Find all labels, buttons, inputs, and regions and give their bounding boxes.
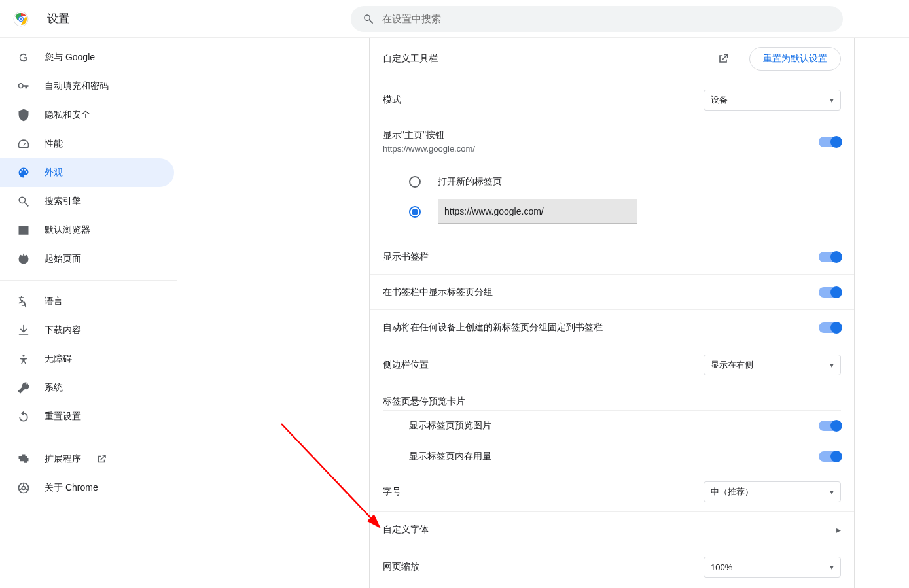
- chevron-down-icon: ▾: [830, 487, 834, 496]
- chrome-logo-icon: [13, 11, 29, 27]
- row-label: 显示书签栏: [383, 251, 429, 263]
- sidebar-item-performance[interactable]: 性能: [0, 130, 174, 158]
- sidebar-item-label: 下载内容: [45, 324, 81, 336]
- svg-line-6: [281, 424, 380, 527]
- row-label: 模式: [383, 94, 401, 106]
- sidebar-item-system[interactable]: 系统: [0, 373, 174, 402]
- hover-memory-toggle[interactable]: [819, 451, 841, 462]
- row-hover-preview: 显示标签页预览图片: [383, 410, 841, 441]
- row-pin-tab-groups: 自动将在任何设备上创建的新标签页分组固定到书签栏: [370, 310, 854, 345]
- radio-row-url[interactable]: [409, 197, 841, 227]
- font-size-select[interactable]: 中（推荐） ▾: [704, 481, 841, 502]
- row-label: 侧边栏位置: [383, 359, 429, 371]
- palette-icon: [17, 166, 30, 179]
- radio-row-newtab[interactable]: 打开新的标签页: [409, 167, 841, 197]
- select-value: 中（推荐）: [711, 486, 753, 498]
- sidebar-item-label: 无障碍: [45, 353, 72, 365]
- sidebar-item-label: 性能: [45, 138, 63, 150]
- row-side-panel: 侧边栏位置 显示在右侧 ▾: [370, 345, 854, 385]
- row-font-size: 字号 中（推荐） ▾: [370, 472, 854, 512]
- power-icon: [17, 252, 30, 266]
- sidebar-item-languages[interactable]: 语言: [0, 287, 174, 316]
- sidebar-item-label: 默认浏览器: [45, 224, 90, 236]
- speedometer-icon: [17, 137, 30, 150]
- row-label: 在书签栏中显示标签页分组: [383, 286, 493, 298]
- hover-preview-toggle[interactable]: [819, 421, 841, 431]
- home-button-radio-group: 打开新的标签页: [370, 163, 854, 239]
- sidebar-item-label: 扩展程序: [45, 453, 81, 465]
- row-sublabel: https://www.google.com/: [383, 144, 475, 154]
- sidebar: 您与 Google 自动填充和密码 隐私和安全 性能 外观 搜索引擎 默认浏览器…: [0, 38, 177, 588]
- row-page-zoom: 网页缩放 100% ▾: [370, 547, 854, 587]
- sidebar-item-downloads[interactable]: 下载内容: [0, 316, 174, 345]
- search-input[interactable]: [382, 13, 831, 24]
- accessibility-icon: [17, 353, 30, 366]
- chevron-down-icon: ▾: [830, 562, 834, 572]
- sidebar-item-accessibility[interactable]: 无障碍: [0, 345, 174, 373]
- sidebar-item-label: 语言: [45, 296, 63, 307]
- sidebar-item-extensions[interactable]: 扩展程序: [0, 445, 174, 474]
- chrome-outline-icon: [17, 481, 30, 494]
- home-button-toggle[interactable]: [819, 137, 841, 147]
- row-label: 网页缩放: [383, 561, 419, 573]
- shield-icon: [17, 109, 30, 122]
- page-zoom-select[interactable]: 100% ▾: [704, 557, 841, 578]
- row-customize-toolbar: 自定义工具栏 重置为默认设置: [370, 38, 854, 80]
- extensions-icon: [17, 453, 30, 466]
- hover-card-title: 标签页悬停预览卡片: [383, 385, 841, 410]
- topbar: 设置: [0, 0, 909, 38]
- select-value: 显示在右侧: [711, 359, 753, 371]
- browser-icon: [17, 224, 30, 237]
- sidebar-item-search-engine[interactable]: 搜索引擎: [0, 187, 174, 216]
- row-label: 自定义工具栏: [383, 53, 438, 65]
- sidebar-item-about[interactable]: 关于 Chrome: [0, 474, 174, 502]
- sidebar-item-label: 自动填充和密码: [45, 80, 109, 92]
- google-g-icon: [17, 51, 30, 64]
- sidebar-item-default-browser[interactable]: 默认浏览器: [0, 216, 174, 245]
- row-label: 字号: [383, 486, 401, 498]
- row-custom-fonts[interactable]: 自定义字体 ▸: [370, 512, 854, 547]
- sidebar-item-label: 搜索引擎: [45, 196, 81, 207]
- sidebar-item-label: 隐私和安全: [45, 109, 90, 121]
- open-in-new-button[interactable]: [713, 48, 734, 69]
- download-icon: [17, 324, 30, 337]
- reset-default-button[interactable]: 重置为默认设置: [749, 47, 841, 71]
- row-mode: 模式 设备 ▾: [370, 80, 854, 120]
- home-url-input[interactable]: [438, 199, 637, 224]
- row-home-button: 显示"主页"按钮 https://www.google.com/: [370, 120, 854, 163]
- sidebar-item-appearance[interactable]: 外观: [0, 158, 174, 187]
- translate-icon: [17, 295, 30, 308]
- mode-select[interactable]: 设备 ▾: [704, 90, 841, 111]
- sidebar-item-reset[interactable]: 重置设置: [0, 402, 174, 431]
- row-label: 自动将在任何设备上创建的新标签页分组固定到书签栏: [383, 322, 603, 334]
- svg-point-5: [22, 487, 26, 490]
- radio-newtab[interactable]: [409, 176, 421, 188]
- select-value: 设备: [711, 94, 728, 106]
- sidebar-separator: [0, 280, 177, 281]
- chevron-down-icon: ▾: [830, 95, 834, 105]
- sidebar-item-on-startup[interactable]: 起始页面: [0, 245, 174, 273]
- sidebar-item-label: 重置设置: [45, 411, 81, 423]
- main-content: 自定义工具栏 重置为默认设置 模式 设备 ▾ 显示"主页"按钮 https://…: [369, 38, 855, 588]
- show-tab-groups-toggle[interactable]: [819, 287, 841, 298]
- page-title: 设置: [47, 11, 69, 26]
- sidebar-item-label: 关于 Chrome: [45, 482, 98, 494]
- reset-icon: [17, 410, 30, 423]
- row-hover-memory: 显示标签页内存用量: [383, 441, 841, 472]
- row-label: 显示"主页"按钮: [383, 130, 475, 141]
- svg-point-3: [20, 17, 22, 20]
- side-panel-select[interactable]: 显示在右侧 ▾: [704, 355, 841, 375]
- key-icon: [17, 80, 30, 93]
- wrench-icon: [17, 381, 30, 394]
- sidebar-item-you-and-google[interactable]: 您与 Google: [0, 43, 174, 72]
- pin-tab-groups-toggle[interactable]: [819, 322, 841, 333]
- sidebar-separator: [0, 438, 177, 438]
- chevron-down-icon: ▾: [830, 360, 834, 370]
- sidebar-item-label: 您与 Google: [45, 52, 95, 63]
- search-icon: [363, 13, 374, 25]
- radio-custom-url[interactable]: [409, 206, 421, 218]
- search-bar[interactable]: [351, 6, 843, 32]
- sidebar-item-privacy[interactable]: 隐私和安全: [0, 101, 174, 130]
- sidebar-item-autofill[interactable]: 自动填充和密码: [0, 72, 174, 101]
- show-bookmarks-toggle[interactable]: [819, 252, 841, 262]
